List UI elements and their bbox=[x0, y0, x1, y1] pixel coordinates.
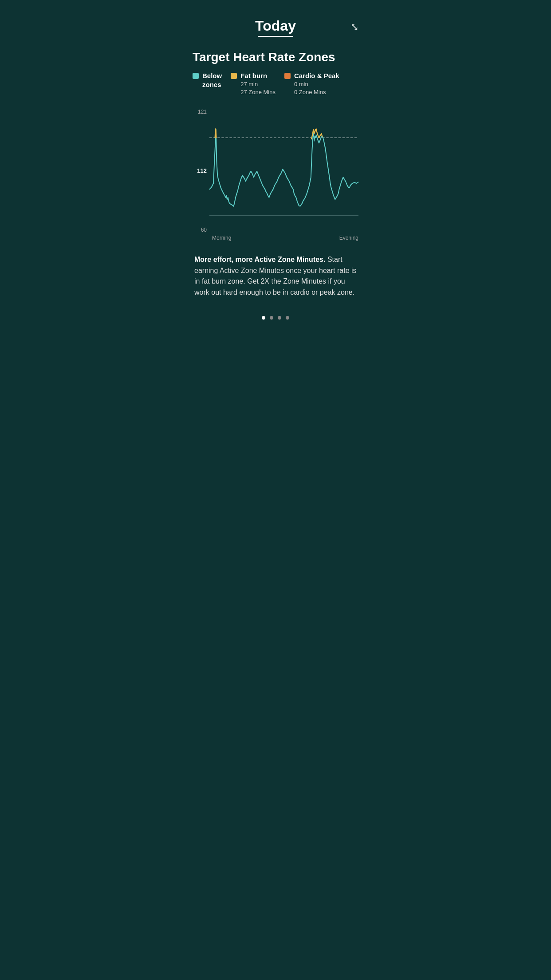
legend-dot-cardio bbox=[284, 73, 291, 79]
legend-label-cardio: Cardio & Peak bbox=[294, 71, 339, 80]
title-underline bbox=[258, 36, 293, 37]
y-label-min: 60 bbox=[201, 227, 207, 233]
page-container: Today ⤡ Target Heart Rate Zones Belowzon… bbox=[184, 0, 367, 337]
y-label-max: 121 bbox=[198, 109, 207, 115]
info-text: More effort, more Active Zone Minutes. S… bbox=[194, 254, 357, 298]
legend-label-below: Belowzones bbox=[202, 71, 222, 89]
pagination-dot-3[interactable] bbox=[278, 316, 281, 320]
pagination-dot-4[interactable] bbox=[286, 316, 289, 320]
info-bold: More effort, more Active Zone Minutes. bbox=[194, 256, 325, 263]
pagination-dots bbox=[262, 316, 289, 320]
minimize-icon[interactable]: ⤡ bbox=[350, 21, 358, 33]
legend-sub-fatburn: 27 min27 Zone Mins bbox=[240, 80, 276, 96]
title-section: Today bbox=[193, 18, 358, 37]
chart-container: 121 112 60 bbox=[193, 109, 358, 241]
legend-item-below: Belowzones bbox=[193, 71, 222, 89]
time-label-evening: Evening bbox=[339, 235, 358, 241]
pagination-dot-2[interactable] bbox=[270, 316, 273, 320]
y-label-mid: 112 bbox=[197, 167, 207, 174]
legend-sub-cardio: 0 min0 Zone Mins bbox=[294, 80, 339, 96]
heart-rate-chart bbox=[209, 109, 358, 221]
info-section: More effort, more Active Zone Minutes. S… bbox=[193, 254, 358, 298]
legend-grid: Belowzones Fat burn 27 min27 Zone Mins C… bbox=[193, 71, 358, 96]
legend-dot-fatburn bbox=[231, 73, 237, 79]
legend-label-fatburn: Fat burn bbox=[240, 71, 276, 80]
card-title: Target Heart Rate Zones bbox=[193, 50, 358, 64]
time-label-morning: Morning bbox=[212, 235, 231, 241]
page-title: Today bbox=[255, 18, 296, 34]
legend-dot-below bbox=[193, 73, 199, 79]
pagination-dot-1[interactable] bbox=[262, 316, 265, 320]
legend-item-cardio: Cardio & Peak 0 min0 Zone Mins bbox=[284, 71, 339, 96]
time-labels: Morning Evening bbox=[193, 235, 358, 241]
legend-item-fatburn: Fat burn 27 min27 Zone Mins bbox=[231, 71, 276, 96]
